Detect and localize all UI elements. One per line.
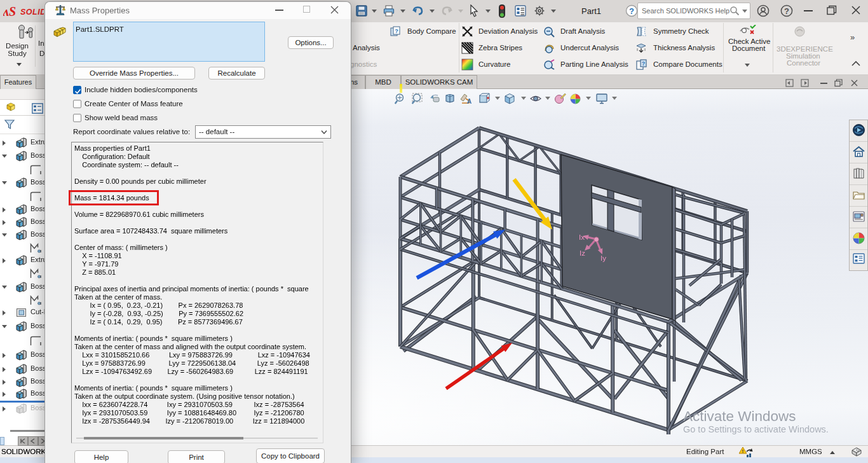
svg-text:Ix: Ix bbox=[579, 233, 585, 241]
svg-text:Iz: Iz bbox=[580, 249, 585, 257]
svg-text:Iy: Iy bbox=[600, 254, 606, 262]
svg-text:Activate Windows: Activate Windows bbox=[683, 408, 796, 424]
svg-text:Go to Settings to activate Win: Go to Settings to activate Windows. bbox=[683, 424, 829, 434]
svg-text:A: A bbox=[467, 98, 471, 105]
svg-text:!: ! bbox=[742, 448, 744, 454]
